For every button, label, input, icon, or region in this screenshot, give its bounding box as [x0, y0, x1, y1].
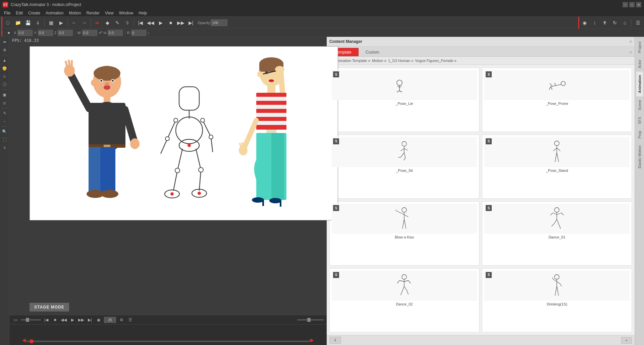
tl-end-btn[interactable]: ▶| — [87, 317, 93, 323]
menu-view[interactable]: View — [102, 10, 116, 16]
side-tab-project[interactable]: Project — [636, 38, 643, 56]
r-input[interactable] — [131, 30, 146, 36]
grid-item-pose-lie[interactable]: S _Pose_Lie — [329, 68, 479, 132]
lt-move[interactable]: ⊕ — [1, 46, 8, 54]
lt-brush[interactable]: ✎ — [1, 110, 8, 117]
side-tab-scene[interactable]: Scene — [636, 96, 643, 114]
begin-button[interactable]: |◀ — [136, 18, 145, 27]
side-tab-elastic-motion[interactable]: Elastic Motion — [636, 142, 643, 171]
menu-help[interactable]: Help — [136, 10, 150, 16]
maximize-button[interactable]: □ — [629, 2, 635, 7]
import-button[interactable]: ⇓ — [33, 18, 43, 27]
x-label: X — [14, 31, 16, 35]
tl-frame-input[interactable] — [104, 317, 116, 323]
timeline-thumb[interactable] — [30, 339, 34, 343]
y-input[interactable] — [38, 30, 53, 36]
brush-button[interactable]: ✎ — [113, 18, 122, 27]
svg-point-6 — [100, 80, 102, 82]
grid-item-pose-prone[interactable]: S _Pose_Prone — [482, 68, 632, 132]
tl-play-btn[interactable]: ▶ — [69, 317, 76, 323]
grid-item-dance-02[interactable]: S D — [329, 268, 479, 333]
right-wrapper: Content Manager ▿ Template Custom ▿ ↻ An… — [327, 37, 644, 345]
layout-button[interactable]: ☰ — [633, 18, 643, 27]
h-input[interactable] — [108, 30, 123, 36]
stop-button[interactable]: ■ — [166, 18, 175, 27]
save-button[interactable]: 💾 — [23, 18, 33, 27]
transform-button[interactable]: ↕ — [590, 18, 599, 27]
redo-button[interactable]: → — [79, 18, 89, 27]
camera-mode-button[interactable]: ◉ — [580, 18, 589, 27]
lt-info[interactable]: ⓘ — [1, 81, 8, 88]
menu-edit[interactable]: Edit — [13, 10, 25, 16]
tl-settings-btn[interactable]: ⚙ — [118, 317, 125, 323]
grid-item-drinking[interactable]: S D — [482, 268, 632, 333]
lt-select[interactable]: ➦ — [1, 38, 8, 46]
minimize-button[interactable]: ─ — [623, 2, 628, 7]
tab-custom[interactable]: Custom — [359, 48, 386, 56]
move-button[interactable]: ◆ — [103, 18, 112, 27]
tl-record-btn[interactable]: ◉ — [95, 317, 102, 323]
timeline-slider[interactable] — [26, 341, 310, 342]
end-button[interactable]: ▶| — [186, 18, 196, 27]
camera-button[interactable]: ▦ — [46, 18, 56, 27]
z-input[interactable] — [58, 30, 73, 36]
side-tab-prop[interactable]: Prop — [636, 127, 643, 142]
menu-window[interactable]: Window — [116, 10, 136, 16]
lt-actor[interactable]: ▲ — [1, 57, 8, 64]
side-tab-sfx[interactable]: SFX — [636, 114, 643, 127]
cm-download-btn[interactable]: ⇓ — [329, 337, 341, 344]
lt-more[interactable]: ≡ — [1, 144, 8, 151]
cm-add-btn[interactable]: + — [621, 337, 632, 344]
bc-item-2[interactable]: Motion — [372, 59, 383, 63]
close-button[interactable]: ✕ — [636, 2, 641, 7]
bc-item-3[interactable]: 1_G3 Human — [388, 59, 410, 63]
window-controls: ─ □ ✕ — [623, 2, 641, 7]
menu-animation[interactable]: Animation — [43, 10, 66, 16]
menu-motion[interactable]: Motion — [66, 10, 84, 16]
grid-item-pose-sit[interactable]: S _Pose_Sit — [329, 135, 479, 199]
menu-file[interactable]: File — [1, 10, 13, 16]
lt-grid[interactable]: ▣ — [1, 91, 8, 98]
render-preview-button[interactable]: ▶ — [56, 18, 66, 27]
cm-tab-close[interactable]: ▿ — [628, 48, 633, 56]
prev-button[interactable]: ◀◀ — [146, 18, 155, 27]
undo-button[interactable]: ← — [69, 18, 79, 27]
lt-zoom[interactable]: 🔍 — [1, 128, 8, 135]
cm-close-button[interactable]: ▿ — [630, 39, 632, 44]
stage-mode-button[interactable]: STAGE MODE — [30, 303, 69, 312]
lt-bone[interactable]: 👴 — [1, 65, 8, 72]
home-button[interactable]: ⌂ — [620, 18, 630, 27]
grid-item-blow-kiss[interactable]: S B — [329, 201, 479, 266]
tl-begin-btn[interactable]: |◀ — [43, 317, 50, 323]
next-button[interactable]: ▶▶ — [176, 18, 185, 27]
x-input[interactable] — [17, 30, 33, 36]
tl-list-btn[interactable]: ☰ — [127, 317, 133, 323]
select-button[interactable]: ➦ — [93, 18, 102, 27]
new-button[interactable]: □ — [3, 18, 12, 27]
side-tab-actor[interactable]: Actor — [636, 56, 643, 72]
lt-face[interactable]: ☺ — [1, 73, 8, 80]
open-button[interactable]: 📁 — [13, 18, 22, 27]
cm-header: Content Manager ▿ — [327, 37, 635, 47]
w-input[interactable] — [82, 30, 97, 36]
side-tab-animation[interactable]: Animation — [636, 72, 643, 96]
rotate-button[interactable]: ↻ — [610, 18, 620, 27]
menu-render[interactable]: Render — [84, 10, 102, 16]
grid-item-pose-stand[interactable]: S _Pose_Stand — [482, 135, 632, 199]
lt-layers[interactable]: ⚌ — [1, 99, 8, 107]
tl-loop-btn[interactable]: ▭ — [12, 317, 19, 323]
eraser-button[interactable]: ◊ — [123, 18, 132, 27]
opacity-input[interactable] — [211, 19, 227, 26]
lt-crop[interactable]: ⛶ — [1, 136, 8, 143]
tl-stop-btn[interactable]: ■ — [52, 317, 58, 323]
tl-next-btn[interactable]: ▶▶ — [78, 317, 85, 323]
grid-toggle[interactable]: ■ — [5, 30, 12, 36]
move-mode-button[interactable]: ✟ — [600, 18, 609, 27]
bc-item-1[interactable]: Animation Template — [335, 59, 367, 63]
menu-create[interactable]: Create — [25, 10, 43, 16]
grid-item-dance-01[interactable]: S D — [482, 201, 632, 266]
lt-eraser[interactable]: ▫ — [1, 118, 8, 125]
tl-prev-btn[interactable]: ◀◀ — [60, 317, 67, 323]
bc-item-4[interactable]: Vogue Figures_Female — [415, 59, 453, 63]
play-button[interactable]: ▶ — [156, 18, 165, 27]
